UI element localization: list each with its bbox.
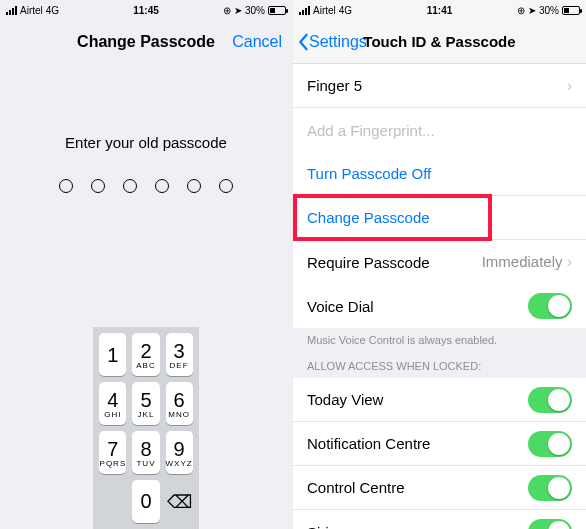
battery-icon [562,6,580,15]
network-label: 4G [339,5,352,16]
key-blank [99,480,126,523]
voice-dial-note: Music Voice Control is always enabled. [293,328,586,346]
passcode-dot [219,179,233,193]
keypad: 1 2ABC 3DEF 4GHI 5JKL 6MNO 7PQRS 8TUV 9W… [93,327,198,529]
battery-percent: 30% [539,5,559,16]
key-8[interactable]: 8TUV [132,431,159,474]
passcode-dot [155,179,169,193]
siri-row: Siri [293,510,586,529]
key-4[interactable]: 4GHI [99,382,126,425]
nav-title: Change Passcode [77,33,215,51]
change-passcode-row[interactable]: Change Passcode [293,196,586,240]
network-label: 4G [46,5,59,16]
siri-switch[interactable] [528,519,572,529]
key-1[interactable]: 1 [99,333,126,376]
passcode-dot [123,179,137,193]
status-bar: Airtel 4G 11:41 ⊕ ➤ 30% [293,0,586,20]
key-0[interactable]: 0 [132,480,159,523]
voice-dial-switch[interactable] [528,293,572,319]
passcode-dots [59,179,233,193]
chevron-right-icon: › [567,77,572,95]
today-view-switch[interactable] [528,387,572,413]
status-bar: Airtel 4G 11:45 ⊕ ➤ 30% [0,0,292,20]
chevron-right-icon: › [567,253,572,270]
carrier-label: Airtel [20,5,43,16]
notification-centre-row: Notification Centre [293,422,586,466]
turn-passcode-off-row[interactable]: Turn Passcode Off [293,152,586,196]
backspace-icon: ⌫ [167,491,192,513]
cancel-button[interactable]: Cancel [232,33,282,51]
passcode-dot [59,179,73,193]
fingerprint-row[interactable]: Finger 5› [293,64,586,108]
key-2[interactable]: 2ABC [132,333,159,376]
today-view-row: Today View [293,378,586,422]
control-centre-switch[interactable] [528,475,572,501]
passcode-dot [187,179,201,193]
nav-bar: Settings Touch ID & Passcode [293,20,586,64]
add-fingerprint-row[interactable]: Add a Fingerprint... [293,108,586,152]
key-7[interactable]: 7PQRS [99,431,126,474]
key-6[interactable]: 6MNO [166,382,193,425]
location-icon: ➤ [234,5,242,16]
section-header-locked: ALLOW ACCESS WHEN LOCKED: [293,346,586,378]
require-passcode-row[interactable]: Require Passcode Immediately › [293,240,586,284]
back-button[interactable]: Settings [293,33,367,51]
carrier-label: Airtel [313,5,336,16]
key-delete[interactable]: ⌫ [166,480,193,523]
key-3[interactable]: 3DEF [166,333,193,376]
nav-bar: Change Passcode Cancel [0,20,292,64]
notification-centre-switch[interactable] [528,431,572,457]
signal-icon [6,6,17,15]
chevron-left-icon [297,33,309,51]
key-5[interactable]: 5JKL [132,382,159,425]
battery-icon [268,6,286,15]
signal-icon [299,6,310,15]
compass-icon: ⊕ [517,5,525,16]
battery-percent: 30% [245,5,265,16]
passcode-dot [91,179,105,193]
voice-dial-row: Voice Dial [293,284,586,328]
control-centre-row: Control Centre [293,466,586,510]
compass-icon: ⊕ [223,5,231,16]
passcode-prompt: Enter your old passcode [65,134,227,151]
key-9[interactable]: 9WXYZ [166,431,193,474]
location-icon: ➤ [528,5,536,16]
